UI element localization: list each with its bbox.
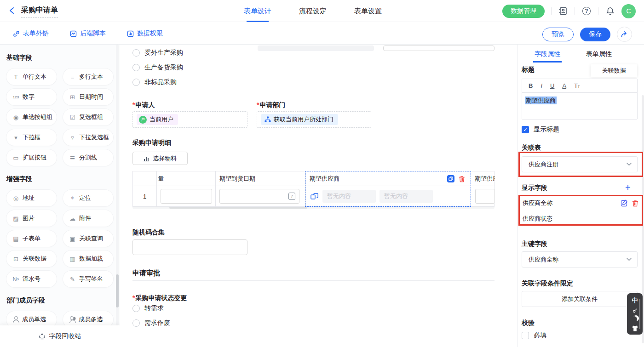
ime-toolbar[interactable]: 中 [627, 293, 643, 335]
validation-label: 校验 [522, 319, 535, 327]
radio-icon[interactable] [132, 49, 140, 57]
palette-item-数据加载[interactable]: ▥数据加载 [63, 250, 113, 267]
palette-item-复选框组[interactable]: ☑复选框组 [63, 109, 113, 125]
trash-icon[interactable] [632, 200, 638, 207]
format-i-button[interactable]: I [540, 82, 542, 89]
current-dept-tag[interactable]: 获取当前用户所处部门 [261, 114, 338, 125]
palette-grid: ◎地址⌖定位▨图片☁附件▤子表单▣关联查询⊡关联数据▥数据加载№流水号✎手写签名 [0, 186, 120, 287]
detail-table: 量期望到货日期期望供应商期望供应17暂无内容暂无内容 [132, 171, 494, 207]
shirt-icon[interactable] [632, 325, 638, 331]
purchase-type-option-生产备货采购[interactable]: 生产备货采购 [132, 63, 183, 72]
purchase-type-option-委外生产采购[interactable]: 委外生产采购 [132, 49, 183, 57]
moon-icon[interactable] [631, 316, 637, 322]
radio-icon[interactable] [132, 319, 140, 327]
toolbar-link-数据权限[interactable]: 数据权限 [127, 29, 163, 38]
show-title-checkbox[interactable]: ✓ 显示标题 [522, 125, 559, 134]
palette-item-单选按钮组[interactable]: ◉单选按钮组 [6, 109, 57, 125]
radio-icon[interactable] [132, 64, 140, 71]
palette-item-图片[interactable]: ▨图片 [6, 210, 57, 227]
palette-item-label: 成员多选 [79, 315, 103, 324]
status-option-需求作废[interactable]: 需求作废 [132, 319, 170, 327]
share-arrow-icon[interactable] [617, 27, 632, 42]
palette-item-附件[interactable]: ☁附件 [63, 210, 113, 227]
sidebar-scrollbar-thumb[interactable] [116, 274, 119, 307]
palette-item-关联查询[interactable]: ▣关联查询 [63, 230, 113, 247]
related-table-select[interactable]: 供应商注册 [522, 156, 638, 172]
toolbar-link-表单外链[interactable]: 表单外链 [13, 29, 49, 38]
title-rich-editor[interactable]: BIUATт 期望供应商 [522, 79, 638, 119]
department-field[interactable]: 获取当前用户所处部门 [257, 111, 371, 128]
avatar[interactable]: C [621, 4, 636, 18]
palette-item-流水号[interactable]: №流水号 [6, 271, 57, 287]
toolbar-link-后端脚本[interactable]: 后端脚本 [70, 29, 106, 38]
palette-item-分割线[interactable]: 〓分割线 [63, 149, 113, 166]
palette-item-数字[interactable]: 123数字 [6, 89, 57, 105]
ime-mode-toggle[interactable]: 中 [632, 296, 638, 305]
page-title[interactable]: 采购申请单 [21, 6, 58, 18]
link-small-icon[interactable] [632, 308, 638, 313]
radio-icon[interactable] [132, 305, 140, 312]
palette-item-下拉复选框[interactable]: ▿下拉复选框 [63, 129, 113, 146]
format-t-button[interactable]: Tт [574, 82, 580, 89]
palette-item-子表单[interactable]: ▤子表单 [6, 230, 57, 247]
divider [551, 7, 552, 15]
tab-表单设计[interactable]: 表单设计 [244, 0, 271, 22]
clipped-input[interactable] [475, 189, 495, 204]
panel-tab-表单属性[interactable]: 表单属性 [586, 50, 612, 63]
format-u-button[interactable]: U [550, 82, 554, 89]
palette-item-单行文本[interactable]: T单行文本 [6, 68, 57, 85]
format-b-button[interactable]: B [529, 82, 533, 89]
data-manage-button[interactable]: 数据管理 [502, 5, 545, 18]
field-recycle-bin[interactable]: 字段回收站 [0, 325, 120, 347]
status-option-转需求[interactable]: 转需求 [132, 304, 164, 313]
purchase-type-option-非标品采购[interactable]: 非标品采购 [132, 78, 177, 86]
random-code-input[interactable] [132, 239, 247, 255]
radio-icon[interactable] [132, 79, 140, 86]
palette-item-定位[interactable]: ⌖定位 [63, 190, 113, 206]
related-table-label: 关联表 [522, 144, 541, 152]
tab-表单设置[interactable]: 表单设置 [354, 0, 382, 22]
primary-field-select[interactable]: 供应商全称 [522, 251, 638, 267]
toolbar-link-label: 后端脚本 [80, 29, 106, 38]
palette-item-日期时间[interactable]: ⊞日期时间 [63, 89, 113, 105]
checkbox-checked-icon[interactable]: ✓ [522, 126, 529, 133]
field-type-popover[interactable]: 关联数据 [591, 64, 637, 77]
bell-icon[interactable] [605, 6, 615, 16]
palette-item-手写签名[interactable]: ✎手写签名 [63, 271, 113, 287]
pick-material-button[interactable]: 选择物料 [132, 152, 188, 165]
tab-流程设定[interactable]: 流程设定 [299, 0, 327, 22]
plus-icon[interactable]: + [625, 184, 631, 191]
applicant-field[interactable]: 户 当前用户 [132, 111, 247, 128]
palette-item-label: 关联查询 [79, 234, 103, 243]
palette-item-多行文本[interactable]: ≡多行文本 [63, 68, 113, 85]
palette-item-扩展按钮[interactable]: ▭扩展按钮 [6, 149, 57, 166]
date-input[interactable]: 7 [219, 189, 299, 204]
save-button[interactable]: 保存 [580, 28, 610, 41]
palette-item-关联数据[interactable]: ⊡关联数据 [6, 250, 57, 267]
copy-icon[interactable] [447, 175, 454, 182]
add-condition-button[interactable]: 添加关联条件 [522, 291, 638, 307]
back-icon[interactable] [8, 6, 16, 15]
checkbox-unchecked-icon[interactable] [522, 332, 529, 339]
table-cell-期望供应 [471, 186, 495, 206]
multi-line-text-icon: ≡ [69, 74, 76, 80]
format-toolbar: BIUATт [522, 79, 637, 93]
panel-tab-字段属性[interactable]: 字段属性 [535, 50, 560, 63]
help-icon[interactable]: ? [581, 6, 592, 16]
display-field-供应商状态[interactable]: 供应商状态 [523, 215, 638, 223]
radio-label: 生产备货采购 [144, 63, 183, 72]
display-field-供应商全称[interactable]: 供应商全称 [523, 199, 638, 207]
contact-book-icon[interactable] [558, 6, 568, 16]
quantity-input[interactable] [161, 189, 212, 204]
table-body-row: 17暂无内容暂无内容 [133, 186, 494, 206]
calendar-7-icon: 7 [288, 193, 295, 200]
table-hscrollbar-thumb[interactable] [169, 207, 307, 209]
palette-item-下拉框[interactable]: ▾下拉框 [6, 129, 57, 146]
edit-icon[interactable] [621, 199, 628, 207]
format-a-button[interactable]: A [562, 82, 566, 89]
current-user-tag[interactable]: 户 当前用户 [137, 114, 178, 125]
title-input[interactable]: 期望供应商 [522, 93, 637, 119]
preview-button[interactable]: 预览 [542, 28, 574, 41]
required-checkbox[interactable]: 必填 [522, 331, 546, 340]
palette-item-地址[interactable]: ◎地址 [6, 190, 57, 206]
